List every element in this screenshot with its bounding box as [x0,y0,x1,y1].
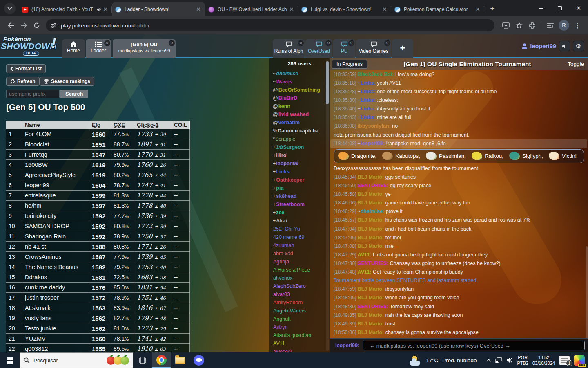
close-icon[interactable]: × [384,40,390,46]
chat-username[interactable]: +Links: [358,114,376,120]
chat-username[interactable]: SENTURIES: [358,183,389,188]
start-button[interactable] [0,352,20,368]
volume-icon[interactable] [506,357,513,363]
room-tab-pu[interactable]: PU× [333,39,355,58]
userlist-item[interactable]: AV11 [270,339,330,348]
userlist-item[interactable]: ahvenox [270,274,330,282]
showdown-logo[interactable]: Pokémon Showdown BETA ! [0,34,61,57]
close-icon[interactable]: × [104,40,110,46]
chat-username[interactable]: SENTURIES: [358,260,389,266]
chat-username[interactable]: BLJ Mario: [358,330,384,335]
clock[interactable]: 18:5203/10/2024 [532,355,555,366]
close-icon[interactable]: × [169,40,175,46]
chat-username[interactable]: +Links: [358,89,376,94]
browser-tab[interactable]: (10) Armor-clad Faith - YouT✕ [19,2,112,16]
chat-username[interactable]: +leoperi99: [358,141,385,146]
userlist-item[interactable]: 4zuumah [270,241,330,249]
userlist-item[interactable]: awerxy9 [270,348,330,352]
userlist-item[interactable]: +pia [270,184,330,192]
userlist-item[interactable]: abra xdd [270,249,330,258]
chat-username[interactable]: BLJ Mario: [358,321,384,327]
close-icon[interactable]: × [348,40,354,46]
userlist-item[interactable]: @BluBirD [270,94,330,102]
userlist-item[interactable]: ~Waves [270,78,330,86]
settings-button[interactable]: ⚙ [573,41,584,51]
season-rankings-button[interactable]: Season rankings [40,77,94,86]
tray-app-icon[interactable]: PRE [574,355,585,366]
userlist-item[interactable]: +Streetboom [270,200,330,209]
chat-username[interactable]: +Links: [358,106,376,112]
userlist-item[interactable]: Anghult [270,315,330,323]
userlist-item[interactable]: +zee [270,209,330,217]
userlist-item[interactable]: +Hiro' [270,151,330,159]
tray-expand-icon[interactable] [486,359,491,362]
chat-username[interactable]: BLJ Mario: [358,174,384,180]
ladder-column-header[interactable]: Glicko-1 [134,121,172,129]
join-room-button[interactable]: + [392,39,413,58]
room-tab-video-games[interactable]: Video Games× [356,39,391,58]
tab-battle[interactable]: [Gen 5] OU mudkipslaps vs. leoperi99 × [113,39,176,58]
chat-username[interactable]: ibbysonlyfan: [358,123,391,129]
weather-description[interactable]: Pred. nublado [442,357,477,364]
userlist-item[interactable]: @BeeOrSomething [270,86,330,94]
chat-username[interactable]: BLJ Mario: [358,295,384,301]
userlist-item[interactable]: %Damm u captcha [270,127,330,135]
browser-tab[interactable]: Ladder - Showdown!✕ [112,2,205,16]
chat-input[interactable] [363,341,585,350]
chat-username[interactable]: BLJ Mario: [358,312,384,318]
userlist-item[interactable]: A Horse a Piece [270,266,330,274]
tab-audio-button[interactable] [97,7,102,12]
chat-username[interactable]: BLJ Mario: [358,226,384,232]
browser-menu-button[interactable]: ⋮ [571,19,584,32]
minimize-button[interactable] [532,0,550,16]
install-app-button[interactable] [499,19,512,32]
userlist-item[interactable]: Atlantis guardian [270,331,330,339]
userlist-item[interactable]: AmityReborn [270,298,330,307]
userlist-item[interactable]: @verbatim [270,119,330,127]
close-window-button[interactable]: ✕ [569,0,588,16]
ladder-column-header[interactable]: GXE [111,121,134,129]
search-button[interactable]: Search [60,90,88,98]
close-tab-icon[interactable]: ✕ [381,6,388,13]
close-tab-icon[interactable]: ✕ [102,6,109,13]
browser-tab[interactable]: OU - BW OverUsed Ladder Ach✕ [205,2,298,16]
chat-username[interactable]: BlackJack Boi: [358,72,394,77]
userlist-item[interactable]: AlephSubZero [270,282,330,290]
tab-home[interactable]: Home [62,39,85,58]
maximize-button[interactable] [550,0,569,16]
chat-username[interactable]: ~dhelmise: [358,209,385,214]
extensions-button[interactable] [526,19,539,32]
taskbar-discord-button[interactable] [189,352,208,368]
ladder-column-header[interactable]: Name [22,121,89,129]
format-list-button[interactable]: Format List [6,64,46,73]
userlist-item[interactable]: Astryn [270,323,330,331]
userlist-item[interactable]: ~dhelmise [270,70,330,78]
browser-tab[interactable]: Luigi vs. devin - Showdown!✕ [298,2,391,16]
close-icon[interactable]: × [298,40,304,46]
room-tab-ruins-of-alph[interactable]: Ruins of Alph× [273,39,305,58]
ladder-column-header[interactable]: Elo [89,121,111,129]
username-prefix-input[interactable] [6,90,60,98]
notification-center-button[interactable]: 1 [559,356,570,365]
chat-username[interactable]: BLJ Mario: [358,200,384,206]
ladder-column-header[interactable] [6,121,22,129]
taskbar-search[interactable]: Pesquisar [20,352,133,368]
chat-username[interactable]: AV11: [358,252,372,258]
chat-username[interactable]: BLJ Mario: [358,243,384,249]
task-view-button[interactable] [133,352,152,368]
userlist-item[interactable]: @kenn [270,102,330,110]
userlist-count[interactable]: 286 users [270,58,330,67]
room-tab-overused[interactable]: OverUsed× [305,39,332,58]
sound-button[interactable] [559,41,570,51]
chat-username[interactable]: AV11: [358,269,372,275]
chat-username[interactable]: SENTURIES: [358,304,389,310]
tournament-toggle-button[interactable]: Toggle [568,61,584,67]
chat-tournament-message[interactable]: Tournament battle between SENTURIES and … [334,276,584,285]
userlist-item[interactable]: alvar03 [270,290,330,298]
refresh-button[interactable]: Refresh [6,77,40,86]
chat-username[interactable]: BLJ Mario: [358,191,384,197]
reload-button[interactable] [30,19,43,32]
tab-ladder[interactable]: Ladder × [86,39,111,58]
userlist-item[interactable]: AngelicWaters [270,307,330,315]
userlist-scrollbar-thumb[interactable] [326,61,329,104]
